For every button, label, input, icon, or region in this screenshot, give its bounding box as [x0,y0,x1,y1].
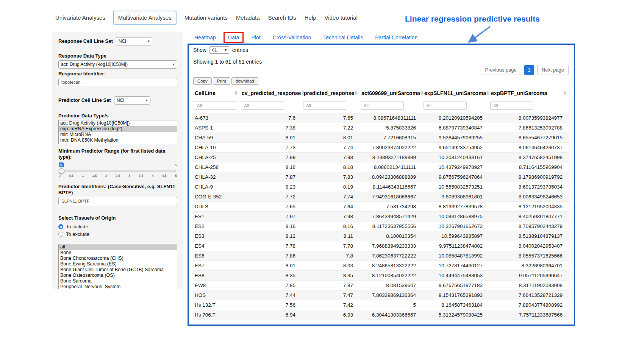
cell-value: 5.875833826 [360,123,423,133]
cell-value: 7.86230637722222 [360,251,423,261]
cell-value: 7.74 [302,192,360,202]
chevron-down-icon: ▾ [173,62,175,66]
response-identifier-input[interactable] [58,78,177,86]
column-header-cv-predicted-response[interactable]: cv_predicted_response⇅ [240,88,302,99]
nav-item-mutation-variants[interactable]: Mutation variants [184,11,228,24]
cell-value: 7.44 [240,290,302,300]
column-header-act609699-unisarcoma[interactable]: act609699_uniSarcoma⇅ [360,88,423,99]
sort-icon[interactable]: ⇅ [234,90,238,96]
cell-value: 10.5550832573251 [423,182,489,192]
list-option-bone[interactable]: Bone [59,250,177,256]
slider-handle[interactable] [59,168,64,174]
column-header-predicted-response[interactable]: predicted_response⇅ [302,88,360,99]
tab-plot[interactable]: Plot [251,34,260,41]
list-option-bone-ewing-sarcoma-es[interactable]: Bone:Ewing Sarcoma (ES) [59,261,177,267]
cell-value: 7.80339869136364 [360,290,423,300]
column-header-inner: cv_predicted_response⇅ [242,90,301,96]
column-filter-input[interactable] [303,101,346,110]
previous-page-button[interactable]: Previous page [481,65,521,75]
list-option-bone-giant-cell-tumor-of-bone-gctb-sarcoma[interactable]: Bone:Giant Cell Tumor of Bone (GCTB) Sar… [59,267,177,273]
cell-value: 6.94 [240,310,302,320]
cell-value: 9.20120919594205 [423,113,489,123]
nav-item-univariate-analyses[interactable]: Univariate Analyses [55,11,106,24]
list-option-mth-dna-850k-methylation[interactable]: mth: DNA 850K Methylation [59,137,177,143]
table-row: CHLA-107.737.747.890233740222229.6514923… [193,143,569,153]
list-option-bone-osteosarcoma-os[interactable]: Bone:Osteosarcoma (OS) [59,273,177,278]
sidebar: Response Cell Line Set NCI ▾ Response Da… [52,32,183,289]
cell-value: 7.97 [240,212,302,222]
cell-value: 8.16 [302,222,360,231]
slider-track[interactable] [59,170,176,172]
cell-value: 8.11723637955556 [360,222,423,231]
sort-icon[interactable]: ⇅ [354,90,358,96]
list-option-peripheral-nervous-system[interactable]: Peripheral_Nervous_System [59,284,177,289]
page-length-select[interactable]: 61 ▾ [209,46,229,54]
list-option-bone-sarcoma[interactable]: Bone:Sarcoma [59,278,177,284]
sort-icon[interactable]: ⇅ [420,90,424,96]
column-header-expbptf-unisarcoma[interactable]: expBPTF_uniSarcoma⇅ [489,88,569,99]
cell-value: 7.94931618066667 [360,192,423,202]
cell-value: 8.01 [302,133,360,143]
nav-item-metadata[interactable]: Metadata [236,11,260,24]
list-option-bone-chondrosarcoma-chs[interactable]: Bone:Chondrosarcoma (CHS) [59,256,177,261]
cell-value: 7.65 [302,113,360,123]
cell-value: 7.74 [302,143,360,153]
cell-line-name: Hs 706.T [193,310,240,320]
cell-value: 8.08602134111111 [360,162,423,172]
predictor-data-type-list[interactable]: act: Drug Activity (-log10[IC50M])exp: m… [58,120,177,144]
column-filter-input[interactable] [194,101,237,110]
column-filter-input[interactable] [490,101,533,110]
response-data-type-value: act: Drug Activity (-log10[IC50M]) [61,62,128,67]
nav-item-search-ids[interactable]: Search IDs [267,11,296,24]
column-filter-input[interactable] [361,101,404,110]
list-option-act-drug-activity-log10-ic50m[interactable]: act: Drug Activity (-log10[IC50M]) [59,120,177,126]
response-cell-line-set-value: NCI [119,39,127,44]
current-page-button[interactable]: 1 [524,65,534,75]
nav-item-help[interactable]: Help [304,11,317,24]
radio-to-exclude[interactable]: To exclude [58,230,177,238]
column-header-expslfn11-unisarcoma[interactable]: expSLFN11_uniSarcoma⇅ [423,88,489,99]
response-cell-line-set-select[interactable]: NCI ▾ [116,37,152,45]
column-header-cellline[interactable]: CellLine⇅ [193,88,240,99]
tab-technical-details[interactable]: Technical Details [323,34,363,41]
predictor-cell-line-set-select[interactable]: NCI ▾ [114,96,150,105]
print-button[interactable]: Print [213,77,230,85]
results-section: HeatmapDataPlotCross-ValidationTechnical… [188,32,575,326]
column-filter-input[interactable] [424,101,467,110]
filter-cell-act609699-unisarcoma [360,99,423,114]
cell-value: 8.00735993824977 [489,113,569,123]
cell-value: 8.05557371625666 [489,251,569,261]
tab-heatmap[interactable]: Heatmap [194,34,216,41]
tab-partial-correlation[interactable]: Partial Correlation [375,34,417,41]
tissue-list[interactable]: allBoneBone:Chondrosarcoma (CHS)Bone:Ewi… [58,244,177,289]
cell-value: 7.47 [302,290,360,300]
tab-cross-validation[interactable]: Cross-Validation [273,34,311,41]
download-button[interactable]: download [231,77,258,85]
next-page-button[interactable]: Next page [537,65,569,75]
copy-button[interactable]: Copy [193,77,212,85]
response-cell-line-set-row: Response Cell Line Set NCI ▾ [58,37,177,45]
min-predictor-range-label: Minimum Predictor Range (for first liste… [58,148,177,160]
radio-to-include[interactable]: To include [58,223,177,230]
nav-item-multivariate-analyses[interactable]: Multivariate Analyses [113,11,177,25]
sort-icon[interactable]: ⇅ [563,90,567,96]
cell-value: 10.4379249978927 [423,162,489,172]
sort-icon[interactable]: ⇅ [486,90,490,96]
results-table: CellLine⇅cv_predicted_response⇅predicted… [193,88,569,320]
column-filter-input[interactable] [241,101,284,110]
cell-value: 7.22 [302,123,360,133]
cell-value: 8.12121952004335 [489,202,569,212]
predictor-identifiers-input[interactable] [58,197,177,205]
showing-row: Showing 1 to 61 of 61 entries Previous p… [193,58,569,75]
list-option-all[interactable]: all [59,244,177,250]
response-data-type-select[interactable]: act: Drug Activity (-log10[IC50M]) ▾ [58,60,177,69]
tab-data[interactable]: Data [224,32,244,43]
list-option-mir-microrna[interactable]: mir: MicroRNA [59,132,177,137]
cell-value: 10.3267901662672 [423,222,489,231]
nav-item-video-tutorial[interactable]: Video tutorial [324,11,358,24]
table-row: ES38.128.118.10001035410.5996438858978.5… [193,231,569,241]
cell-value: 8.37476582451998 [489,153,569,162]
list-option-exp-mrna-expression-log2[interactable]: exp: mRNA Expression (log2) [59,126,177,132]
table-row: HOS7.447.477.803398691363649.15431765291… [193,290,569,300]
chevron-down-icon: ▾ [225,48,227,52]
